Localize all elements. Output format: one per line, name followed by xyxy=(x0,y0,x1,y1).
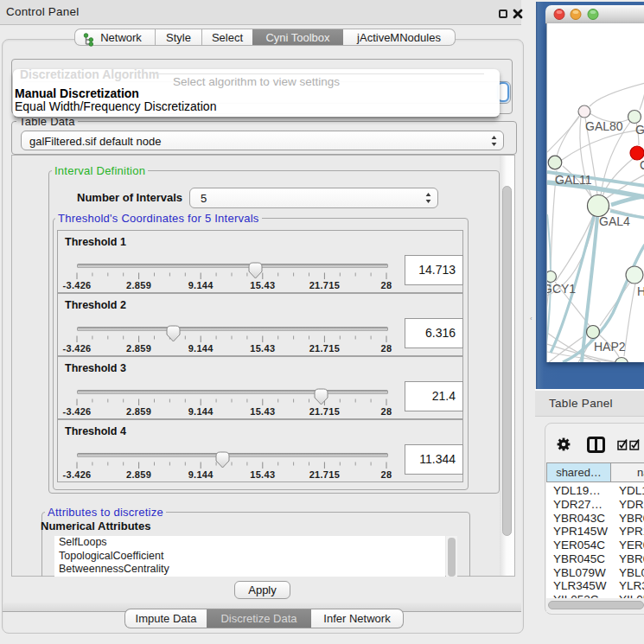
svg-text:GAL80: GAL80 xyxy=(585,119,623,133)
svg-text:GAL4: GAL4 xyxy=(599,214,630,228)
svg-text:HI: HI xyxy=(637,284,644,298)
svg-text:CA: CA xyxy=(640,158,644,172)
svg-text:GCY1: GCY1 xyxy=(546,282,576,296)
svg-text:HAP2: HAP2 xyxy=(594,340,626,354)
svg-text:GAL11: GAL11 xyxy=(555,173,592,187)
svg-text:GA: GA xyxy=(635,123,644,137)
